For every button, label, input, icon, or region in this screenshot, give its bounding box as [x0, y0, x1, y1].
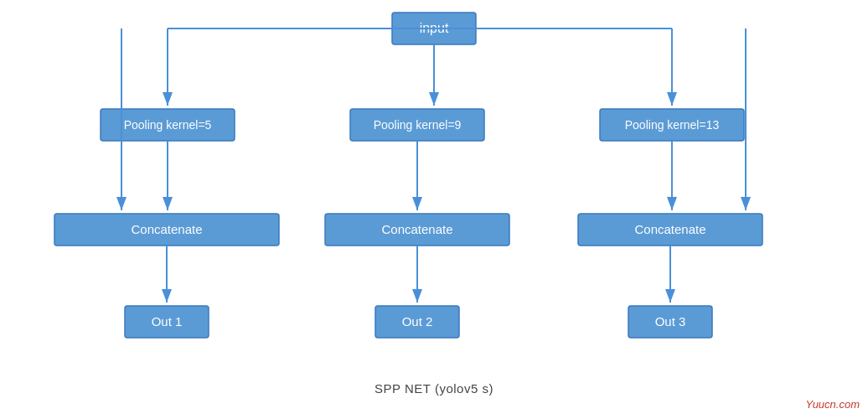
diagram-container: input Pooling kernel=5 Pooling kernel=9 …	[0, 0, 868, 419]
pool1-label: Pooling kernel=5	[124, 118, 212, 132]
concat2-label: Concatenate	[381, 222, 452, 236]
out1-label: Out 1	[152, 314, 183, 328]
out2-label: Out 2	[402, 314, 433, 328]
pool2-label: Pooling kernel=9	[374, 118, 462, 132]
out3-label: Out 3	[655, 314, 686, 328]
caption: SPP NET (yolov5 s)	[375, 381, 493, 396]
concat1-label: Concatenate	[131, 222, 202, 236]
diagram-svg: input Pooling kernel=5 Pooling kernel=9 …	[0, 0, 868, 385]
pool3-label: Pooling kernel=13	[625, 118, 720, 132]
watermark: Yuucn.com	[805, 398, 860, 411]
concat3-label: Concatenate	[634, 222, 705, 236]
